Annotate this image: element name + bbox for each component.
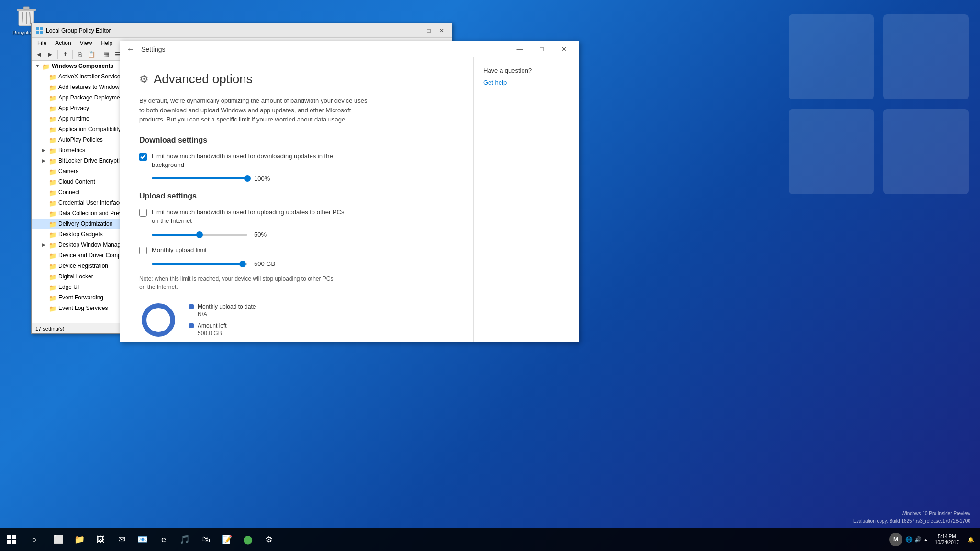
taskbar-mail[interactable]: ✉ xyxy=(111,528,132,551)
gpe-menu-file[interactable]: File xyxy=(33,39,50,47)
taskbar-time: 5:14 PM xyxy=(938,533,956,540)
toolbar-paste[interactable]: 📋 xyxy=(86,49,97,60)
legend-left-label: Amount left xyxy=(198,322,227,330)
download-bandwidth-checkbox[interactable] xyxy=(139,153,147,161)
taskbar-volume-icon[interactable]: 🔊 xyxy=(914,536,922,543)
legend-upload-value: N/A xyxy=(198,311,256,318)
monthly-slider-fill xyxy=(152,263,243,265)
monthly-slider-thumb[interactable] xyxy=(239,261,246,267)
upload-slider-fill xyxy=(152,234,200,236)
taskbar-settings[interactable]: ⚙ xyxy=(258,528,279,551)
legend-left-value: 500.0 GB xyxy=(198,330,227,337)
gpe-menu-help[interactable]: Help xyxy=(97,39,117,47)
gpe-minimize-button[interactable]: — xyxy=(410,25,422,36)
gpe-window-title: Local Group Policy Editor xyxy=(46,27,410,34)
eval-copy: Evaluation copy. Build 16257.rs3_release… xyxy=(853,518,970,525)
monthly-limit-label: Monthly upload limit xyxy=(152,246,207,254)
taskbar-file-explorer[interactable]: 📁 xyxy=(69,528,90,551)
taskbar-photos[interactable]: 🖼 xyxy=(90,528,111,551)
taskbar-date: 10/24/2017 xyxy=(935,540,959,546)
legend-upload-label: Monthly upload to date xyxy=(198,303,256,311)
toolbar-back[interactable]: ◀ xyxy=(33,49,44,60)
taskbar-clock[interactable]: 5:14 PM 10/24/2017 xyxy=(931,533,963,546)
taskbar-notification[interactable]: 🔔 xyxy=(966,537,976,543)
toolbar-copy[interactable]: ⎘ xyxy=(75,49,85,60)
gpe-titlebar: Local Group Policy Editor — □ ✕ xyxy=(32,23,452,38)
gpe-maximize-button[interactable]: □ xyxy=(423,25,435,36)
svg-rect-19 xyxy=(12,540,16,544)
taskbar-task-view[interactable]: ⬜ xyxy=(48,528,69,551)
build-info: Windows 10 Pro Insider Preview Evaluatio… xyxy=(853,510,970,525)
taskbar-user-avatar[interactable]: M xyxy=(889,533,902,546)
upload-bandwidth-row: Limit how much bandwidth is used for upl… xyxy=(139,208,454,225)
upload-bandwidth-checkbox[interactable] xyxy=(139,209,147,217)
taskbar-network-icon[interactable]: 🌐 xyxy=(905,536,913,543)
svg-rect-3 xyxy=(883,109,969,194)
chart-legend: Monthly upload to date N/A Amount left 5… xyxy=(189,303,256,336)
settings-close-button[interactable]: ✕ xyxy=(553,41,575,57)
settings-titlebar: ← Settings — □ ✕ xyxy=(120,41,579,57)
svg-rect-17 xyxy=(12,535,16,539)
taskbar-start-button[interactable] xyxy=(0,528,23,551)
upload-slider-thumb[interactable] xyxy=(196,231,203,238)
toolbar-up[interactable]: ⬆ xyxy=(60,49,70,60)
toolbar-forward[interactable]: ▶ xyxy=(45,49,56,60)
monthly-slider-track[interactable] xyxy=(152,263,247,265)
taskbar-email[interactable]: 📧 xyxy=(132,528,153,551)
settings-page-title: Advanced options xyxy=(154,72,253,87)
legend-dot-upload xyxy=(189,304,194,309)
gpe-menu-action[interactable]: Action xyxy=(51,39,75,47)
svg-rect-13 xyxy=(40,31,43,34)
gpe-close-button[interactable]: ✕ xyxy=(435,25,448,36)
download-slider-fill xyxy=(152,177,247,179)
build-version: Windows 10 Pro Insider Preview xyxy=(853,510,970,518)
svg-rect-0 xyxy=(789,14,874,99)
taskbar-search-button[interactable]: ○ xyxy=(23,528,46,551)
taskbar-icons: ⬜ 📁 🖼 ✉ 📧 e 🎵 🛍 📝 ⬤ ⚙ xyxy=(48,528,279,551)
taskbar-chrome[interactable]: ⬤ xyxy=(237,528,258,551)
settings-content: ⚙ Advanced options By default, we're dyn… xyxy=(120,57,579,342)
upload-slider-track[interactable] xyxy=(152,234,247,236)
upload-slider-value: 50% xyxy=(254,231,273,238)
monthly-limit-row: Monthly upload limit xyxy=(139,246,454,254)
legend-left-text: Amount left 500.0 GB xyxy=(198,322,227,337)
taskbar-right: M 🌐 🔊 ▲ 5:14 PM 10/24/2017 🔔 xyxy=(889,533,980,546)
download-slider-track[interactable] xyxy=(152,177,247,179)
help-question: Have a question? xyxy=(483,67,569,74)
toolbar-view1[interactable]: ▦ xyxy=(101,49,111,60)
download-bandwidth-label: Limit how much bandwidth is used for dow… xyxy=(152,152,353,169)
taskbar-notepad[interactable]: 📝 xyxy=(216,528,237,551)
desktop: Recycle Bin Local Group Policy Editor — … xyxy=(0,0,980,551)
settings-maximize-button[interactable]: □ xyxy=(531,41,553,57)
settings-panel: ← Settings — □ ✕ ⚙ Advanced options By d… xyxy=(120,41,579,342)
legend-upload-to-date: Monthly upload to date N/A xyxy=(189,303,256,318)
taskbar-media[interactable]: 🎵 xyxy=(174,528,195,551)
donut-chart xyxy=(139,301,178,339)
chart-area: Monthly upload to date N/A Amount left 5… xyxy=(139,301,454,339)
monthly-slider-value: 500 GB xyxy=(254,260,275,267)
monthly-slider-row: 500 GB xyxy=(152,260,454,267)
legend-amount-left: Amount left 500.0 GB xyxy=(189,322,256,337)
taskbar-edge[interactable]: e xyxy=(153,528,174,551)
upload-section-header: Upload settings xyxy=(139,192,454,200)
download-slider-row: 100% xyxy=(152,175,454,182)
download-slider-thumb[interactable] xyxy=(244,175,251,182)
svg-rect-12 xyxy=(36,31,39,34)
windows-watermark xyxy=(789,14,970,342)
svg-rect-11 xyxy=(40,27,43,30)
svg-rect-2 xyxy=(789,109,874,194)
download-slider-value: 100% xyxy=(254,175,273,182)
settings-back-button[interactable]: ← xyxy=(124,43,137,56)
taskbar-system-icons: 🌐 🔊 ▲ xyxy=(905,536,928,543)
taskbar-store[interactable]: 🛍 xyxy=(195,528,216,551)
upload-bandwidth-label: Limit how much bandwidth is used for upl… xyxy=(152,208,353,225)
settings-minimize-button[interactable]: — xyxy=(509,41,531,57)
upload-slider-row: 50% xyxy=(152,231,454,238)
settings-page-title-row: ⚙ Advanced options xyxy=(139,72,454,87)
get-help-link[interactable]: Get help xyxy=(483,79,507,86)
download-section-header: Download settings xyxy=(139,136,454,144)
monthly-limit-checkbox[interactable] xyxy=(139,247,147,254)
download-bandwidth-row: Limit how much bandwidth is used for dow… xyxy=(139,152,454,169)
gpe-menu-view[interactable]: View xyxy=(76,39,96,47)
svg-rect-6 xyxy=(23,7,29,9)
